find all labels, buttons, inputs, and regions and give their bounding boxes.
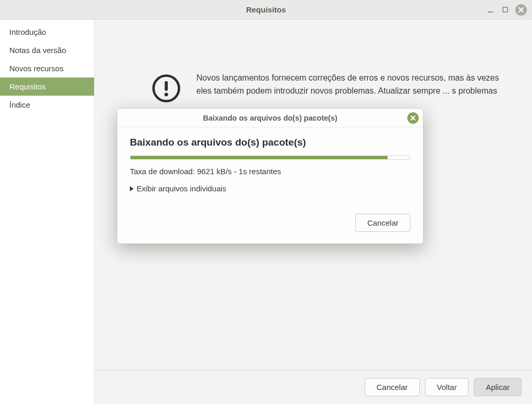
svg-point-4 [165,93,168,96]
sidebar-item-indice[interactable]: Índice [0,96,94,114]
progress-bar [130,155,410,160]
dialog-titlebar: Baixando os arquivos do(s) pacote(s) [117,109,423,127]
dialog-body: Baixando os arquivos do(s) pacote(s) Tax… [117,127,423,203]
titlebar: Requisitos [0,0,532,20]
dialog-footer: Cancelar [117,203,423,243]
progress-fill [130,156,388,159]
window-controls [488,4,527,16]
close-icon[interactable] [515,4,527,16]
expander-label: Exibir arquivos individuais [137,184,227,193]
expand-files-toggle[interactable]: Exibir arquivos individuais [130,183,410,198]
dialog-heading: Baixando os arquivos do(s) pacote(s) [130,137,410,148]
svg-rect-3 [165,81,168,91]
back-button[interactable]: Voltar [425,378,469,396]
window-title: Requisitos [246,5,286,14]
sidebar-item-novos-recursos[interactable]: Novos recursos [0,59,94,77]
dialog-title: Baixando os arquivos do(s) pacote(s) [203,114,338,122]
warning-icon [152,72,181,105]
dialog-close-icon[interactable] [407,112,419,124]
info-row: Novos lançamentos fornecem correções de … [115,51,511,105]
sidebar-item-requisitos[interactable]: Requisitos [0,77,94,96]
body-area: Introdução Notas da versão Novos recurso… [0,20,532,404]
dialog-cancel-button[interactable]: Cancelar [355,214,410,232]
sidebar-item-notas[interactable]: Notas da versão [0,41,94,59]
sidebar: Introdução Notas da versão Novos recurso… [0,20,95,404]
footer: Cancelar Voltar Aplicar [95,370,532,404]
download-dialog: Baixando os arquivos do(s) pacote(s) Bai… [117,108,423,244]
minimize-icon[interactable] [488,6,495,14]
sidebar-item-introducao[interactable]: Introdução [0,23,94,41]
main-window: Requisitos Introdução Notas da versão No… [0,0,532,404]
info-text: Novos lançamentos fornecem correções de … [196,72,511,105]
maximize-icon[interactable] [502,7,508,12]
cancel-button[interactable]: Cancelar [365,378,420,396]
apply-button[interactable]: Aplicar [474,378,522,396]
triangle-right-icon [130,186,134,191]
download-status: Taxa de download: 9621 kB/s - 1s restant… [130,167,410,176]
